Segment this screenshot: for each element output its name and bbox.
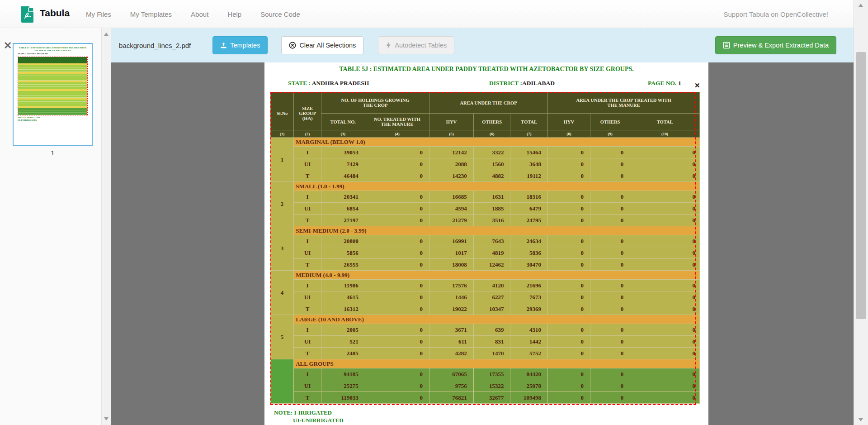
clear-label: Clear All Selections: [299, 42, 356, 49]
nav-item-source-code[interactable]: Source Code: [260, 10, 300, 18]
nav-item-my-files[interactable]: My Files: [86, 10, 111, 18]
nav-item-about[interactable]: About: [191, 10, 208, 18]
page-number-label: 1: [13, 149, 93, 157]
templates-icon: [220, 42, 227, 49]
toolbar: background_lines_2.pdf Templates Clear A…: [111, 28, 854, 62]
templates-label: Templates: [230, 42, 260, 49]
support-link[interactable]: Support Tabula on OpenCollective!: [723, 0, 828, 28]
templates-button[interactable]: Templates: [212, 36, 268, 54]
table-selection-box[interactable]: [270, 92, 696, 405]
preview-export-button[interactable]: Preview & Export Extracted Data: [715, 36, 836, 54]
page-no-label: PAGE NO.: [648, 80, 677, 86]
lightning-icon: [386, 42, 392, 49]
selection-close-icon[interactable]: ✕: [694, 81, 700, 90]
nav-item-my-templates[interactable]: My Templates: [130, 10, 172, 18]
pages-sidebar: ✕ TABLE 5J : ESTIMATED AREA UNDER PADDY …: [0, 28, 111, 425]
thumb-notes: NOTE: I-IRRIGATED UI-UNIRRIGATED: [18, 116, 88, 122]
thumb-table-header: [18, 57, 87, 63]
window-scrollbar[interactable]: [854, 0, 868, 425]
district-label: DISTRICT :: [489, 80, 522, 86]
scrollbar-thumb[interactable]: [856, 52, 866, 319]
district-value: ADILABAD: [522, 80, 555, 86]
thumb-table: [18, 57, 88, 115]
top-navbar: Tabula My FilesMy TemplatesAboutHelpSour…: [0, 0, 854, 28]
autodetect-label: Autodetect Tables: [395, 42, 447, 49]
scroll-down-icon[interactable]: [859, 418, 863, 421]
pdf-notes: NOTE: I-IRRIGATED UI-UNIRRIGATED: [274, 409, 344, 424]
state-label: STATE :: [288, 80, 311, 86]
table-list-icon: [723, 42, 730, 49]
clear-icon: [289, 42, 296, 49]
autodetect-tables-button[interactable]: Autodetect Tables: [378, 36, 454, 54]
pdf-meta-line: STATE : ANDHRA PRADESH DISTRICT :ADILABA…: [264, 80, 708, 88]
clear-all-selections-button[interactable]: Clear All Selections: [281, 36, 363, 54]
pdf-page[interactable]: TABLE 5J : ESTIMATED AREA UNDER PADDY TR…: [264, 62, 708, 425]
scroll-down-icon[interactable]: [104, 417, 108, 420]
brand-title: Tabula: [40, 8, 70, 19]
thumb-data-row: [18, 113, 87, 115]
pdf-viewer-area: TABLE 5J : ESTIMATED AREA UNDER PADDY TR…: [111, 62, 854, 425]
scroll-up-icon[interactable]: [104, 33, 108, 36]
page-thumbnail[interactable]: TABLE 5J : ESTIMATED AREA UNDER PADDY TR…: [13, 43, 93, 146]
nav-item-help[interactable]: Help: [227, 10, 241, 18]
scroll-up-icon[interactable]: [859, 4, 863, 7]
open-file-name: background_lines_2.pdf: [119, 42, 191, 49]
page-no-value: 1: [678, 80, 681, 86]
sidebar-scrollbar[interactable]: [101, 28, 111, 425]
pdf-table-title: TABLE 5J : ESTIMATED AREA UNDER PADDY TR…: [264, 66, 708, 73]
export-label: Preview & Export Extracted Data: [733, 42, 829, 49]
remove-page-icon[interactable]: ✕: [4, 41, 12, 51]
nav-menu: My FilesMy TemplatesAboutHelpSource Code: [86, 0, 300, 28]
thumb-title-text: TABLE 5J : ESTIMATED AREA UNDER PADDY TR…: [18, 47, 88, 52]
state-value: ANDHRA PRADESH: [312, 80, 369, 86]
tabula-logo-icon: [20, 5, 35, 23]
thumb-meta-text: STATE : ANDHRA PRADESH: [18, 52, 88, 56]
